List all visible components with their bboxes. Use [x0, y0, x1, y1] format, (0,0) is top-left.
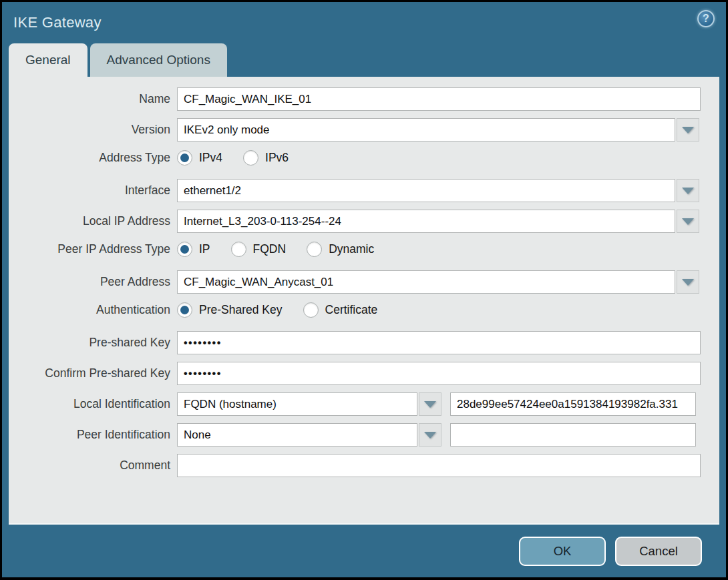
tab-general[interactable]: General	[9, 43, 87, 77]
name-label: Name	[9, 92, 177, 106]
local-identification-dropdown-button[interactable]	[419, 392, 441, 416]
pre-shared-key-label: Pre-shared Key	[9, 336, 177, 350]
local-ip-address-row: Local IP Address	[9, 210, 707, 233]
ok-button[interactable]: OK	[519, 537, 606, 566]
chevron-down-icon	[682, 188, 694, 194]
comment-label: Comment	[9, 459, 177, 473]
radio-ipv6[interactable]: IPv6	[243, 150, 289, 166]
general-tab-panel: Name Version Address Type IPv4	[9, 77, 719, 525]
interface-label: Interface	[9, 184, 177, 198]
interface-input[interactable]	[177, 179, 675, 202]
local-ip-dropdown-button[interactable]	[677, 210, 699, 233]
pre-shared-key-input[interactable]	[177, 331, 701, 354]
peer-identification-row: Peer Identification	[9, 423, 707, 447]
interface-row: Interface	[9, 179, 707, 202]
chevron-down-icon	[424, 401, 436, 408]
dialog-footer: OK Cancel	[2, 525, 726, 577]
chevron-down-icon	[424, 432, 436, 439]
version-row: Version	[9, 118, 707, 141]
radio-ipv4-icon	[177, 150, 192, 166]
radio-ipv4[interactable]: IPv4	[177, 150, 222, 166]
local-ip-address-label: Local IP Address	[9, 214, 177, 228]
peer-address-label: Peer Address	[9, 275, 177, 289]
radio-certificate-icon	[303, 302, 319, 318]
interface-dropdown-button[interactable]	[677, 179, 699, 202]
radio-peer-fqdn-icon	[231, 242, 246, 257]
version-dropdown-button[interactable]	[677, 118, 699, 141]
radio-peer-fqdn[interactable]: FQDN	[231, 242, 287, 257]
ike-gateway-dialog: IKE Gateway ? General Advanced Options N…	[2, 2, 726, 577]
confirm-pre-shared-key-input[interactable]	[177, 362, 701, 385]
radio-ipv6-icon	[243, 150, 258, 166]
peer-identification-dropdown-button[interactable]	[419, 423, 441, 447]
radio-pre-shared-key[interactable]: Pre-Shared Key	[177, 302, 283, 318]
local-identification-row: Local Identification	[9, 392, 707, 416]
local-identification-label: Local Identification	[9, 397, 177, 411]
tab-bar: General Advanced Options	[2, 43, 726, 77]
local-ip-address-input[interactable]	[177, 210, 675, 233]
chevron-down-icon	[682, 218, 694, 225]
radio-pre-shared-key-icon	[177, 302, 192, 318]
cancel-button[interactable]: Cancel	[615, 537, 702, 566]
dialog-title: IKE Gateway	[13, 14, 102, 31]
radio-peer-ip-icon	[177, 242, 192, 257]
name-row: Name	[9, 87, 707, 111]
authentication-row: Authentication Pre-Shared Key Certificat…	[9, 301, 707, 319]
radio-peer-ip[interactable]: IP	[177, 242, 210, 257]
version-label: Version	[9, 123, 177, 137]
tab-advanced-options[interactable]: Advanced Options	[90, 43, 227, 77]
version-input[interactable]	[177, 118, 675, 141]
pre-shared-key-row: Pre-shared Key	[9, 331, 707, 354]
comment-row: Comment	[9, 454, 707, 477]
help-icon[interactable]: ?	[697, 10, 715, 27]
radio-peer-dynamic[interactable]: Dynamic	[307, 242, 374, 257]
peer-address-input[interactable]	[177, 270, 675, 294]
comment-input[interactable]	[177, 454, 701, 477]
peer-ip-address-type-label: Peer IP Address Type	[9, 242, 177, 256]
radio-peer-dynamic-icon	[307, 242, 322, 257]
chevron-down-icon	[682, 127, 694, 133]
peer-identification-type-input[interactable]	[177, 423, 417, 447]
local-identification-value-input[interactable]	[450, 392, 696, 416]
confirm-pre-shared-key-label: Confirm Pre-shared Key	[9, 366, 177, 380]
peer-ip-address-type-row: Peer IP Address Type IP FQDN Dynamic	[9, 240, 707, 258]
name-input[interactable]	[177, 87, 701, 111]
peer-identification-value-input[interactable]	[450, 423, 696, 447]
authentication-label: Authentication	[9, 303, 177, 317]
peer-address-row: Peer Address	[9, 270, 707, 294]
local-identification-type-input[interactable]	[177, 392, 417, 416]
chevron-down-icon	[682, 279, 694, 286]
dialog-titlebar: IKE Gateway ?	[2, 2, 726, 43]
peer-address-dropdown-button[interactable]	[677, 270, 699, 294]
radio-certificate[interactable]: Certificate	[303, 302, 378, 318]
address-type-label: Address Type	[9, 151, 177, 165]
peer-identification-label: Peer Identification	[9, 428, 177, 442]
address-type-row: Address Type IPv4 IPv6	[9, 149, 707, 167]
confirm-pre-shared-key-row: Confirm Pre-shared Key	[9, 362, 707, 385]
